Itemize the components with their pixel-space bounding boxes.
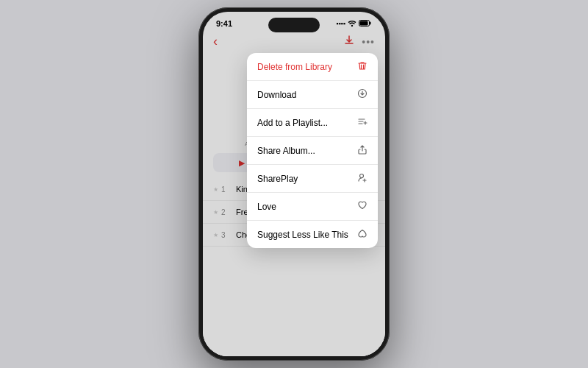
menu-item-icon-share: [357, 144, 368, 157]
menu-item-icon-download: [357, 88, 368, 101]
menu-item-delete[interactable]: Delete from Library: [247, 53, 378, 81]
dynamic-island: [268, 18, 320, 32]
menu-item-share-album[interactable]: Share Album...: [247, 137, 378, 165]
menu-item-label-love: Love: [257, 202, 276, 212]
menu-item-label-shareplay: SharePlay: [257, 174, 298, 184]
menu-item-download[interactable]: Download: [247, 81, 378, 109]
menu-item-label-delete: Delete from Library: [257, 62, 332, 72]
menu-item-label-suggest-less: Suggest Less Like This: [257, 230, 348, 240]
menu-item-icon-shareplay: [357, 172, 368, 185]
phone-screen: 9:41 ▪▪▪▪ ‹ •••: [203, 12, 385, 356]
phone-frame: 9:41 ▪▪▪▪ ‹ •••: [198, 7, 390, 361]
menu-item-shareplay[interactable]: SharePlay: [247, 165, 378, 193]
menu-item-label-playlist: Add to a Playlist...: [257, 118, 328, 128]
menu-item-icon-playlist: [357, 116, 368, 129]
menu-item-label-download: Download: [257, 90, 296, 100]
context-menu[interactable]: Delete from Library Download Add to a Pl…: [247, 53, 378, 248]
menu-item-icon-delete: [357, 60, 368, 73]
menu-item-icon-suggest-less: [357, 228, 368, 241]
menu-item-suggest-less[interactable]: Suggest Less Like This: [247, 221, 378, 248]
svg-point-5: [360, 174, 364, 178]
menu-item-add-playlist[interactable]: Add to a Playlist...: [247, 109, 378, 137]
menu-item-love[interactable]: Love: [247, 193, 378, 221]
menu-item-label-share: Share Album...: [257, 146, 315, 156]
menu-item-icon-love: [357, 200, 368, 213]
